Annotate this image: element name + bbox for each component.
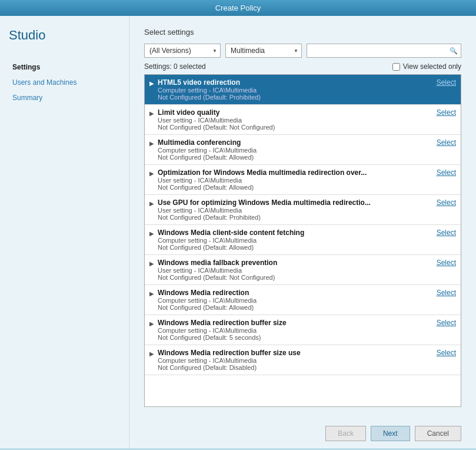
expand-icon[interactable]: ▶: [149, 260, 154, 267]
setting-type: User setting - ICA\Multimedia: [158, 177, 431, 184]
setting-left-html5-video-redirection: ▶HTML5 video redirectionComputer setting…: [149, 78, 431, 101]
setting-left-windows-media-fallback: ▶Windows media fallback preventionUser s…: [149, 259, 431, 281]
select-link[interactable]: Select: [437, 259, 456, 267]
expand-icon[interactable]: ▶: [149, 290, 154, 297]
setting-default: Not Configured (Default: 5 seconds): [158, 334, 431, 341]
setting-type: Computer setting - ICA\Multimedia: [158, 87, 431, 94]
setting-type: Computer setting - ICA\Multimedia: [158, 147, 431, 154]
table-row[interactable]: ▶HTML5 video redirectionComputer setting…: [145, 75, 461, 105]
select-link[interactable]: Select: [437, 138, 456, 147]
sidebar: Studio SettingsUsers and MachinesSummary: [0, 16, 129, 448]
setting-default: Not Configured (Default: Allowed): [158, 304, 431, 311]
setting-type: Computer setting - ICA\Multimedia: [158, 327, 431, 334]
select-link[interactable]: Select: [437, 349, 456, 357]
settings-count: Settings: 0 selected: [144, 62, 206, 71]
search-input[interactable]: [307, 44, 461, 58]
content-area: Select settings (All Versions) Multimedi…: [129, 16, 476, 419]
table-row[interactable]: ▶Optimization for Windows Media multimed…: [145, 165, 461, 195]
setting-name: Windows Media client-side content fetchi…: [158, 229, 431, 237]
setting-name: Windows media fallback prevention: [158, 259, 431, 267]
setting-info-windows-media-redirection: Windows Media redirectionComputer settin…: [158, 289, 431, 311]
setting-left-windows-media-client-side: ▶Windows Media client-side content fetch…: [149, 229, 431, 251]
setting-info-windows-media-buffer-size: Windows Media redirection buffer sizeCom…: [158, 319, 431, 341]
setting-info-use-gpu-windows-media: Use GPU for optimizing Windows Media mul…: [158, 198, 431, 221]
setting-left-multimedia-conferencing: ▶Multimedia conferencingComputer setting…: [149, 138, 431, 161]
setting-name: Windows Media redirection buffer size us…: [158, 349, 431, 357]
setting-type: Computer setting - ICA\Multimedia: [158, 357, 431, 364]
setting-info-html5-video-redirection: HTML5 video redirectionComputer setting …: [158, 78, 431, 101]
view-selected-label[interactable]: View selected only: [392, 62, 461, 71]
expand-icon[interactable]: ▶: [149, 80, 154, 87]
setting-type: User setting - ICA\Multimedia: [158, 207, 431, 214]
setting-default: Not Configured (Default: Prohibited): [158, 214, 431, 221]
expand-icon[interactable]: ▶: [149, 320, 154, 327]
setting-default: Not Configured (Default: Allowed): [158, 154, 431, 161]
select-link[interactable]: Select: [437, 198, 456, 207]
setting-default: Not Configured (Default: Allowed): [158, 244, 431, 251]
category-dropdown[interactable]: Multimedia: [225, 44, 302, 58]
category-select-wrapper: Multimedia: [225, 44, 302, 58]
main-container: Studio SettingsUsers and MachinesSummary…: [0, 16, 476, 448]
setting-default: Not Configured (Default: Not Configured): [158, 274, 431, 281]
setting-name: Windows Media redirection: [158, 289, 431, 297]
version-select-wrapper: (All Versions): [144, 44, 221, 58]
sidebar-item-settings[interactable]: Settings: [9, 61, 120, 74]
sidebar-item-users-machines[interactable]: Users and Machines: [9, 76, 120, 89]
select-link[interactable]: Select: [437, 289, 456, 297]
table-row[interactable]: ▶Windows media fallback preventionUser s…: [145, 255, 461, 285]
table-row[interactable]: ▶Multimedia conferencingComputer setting…: [145, 135, 461, 165]
section-title: Select settings: [144, 28, 461, 37]
setting-info-windows-media-fallback: Windows media fallback preventionUser se…: [158, 259, 431, 281]
setting-left-optimization-windows-media: ▶Optimization for Windows Media multimed…: [149, 168, 431, 191]
setting-type: User setting - ICA\Multimedia: [158, 267, 431, 274]
select-link[interactable]: Select: [437, 319, 456, 327]
setting-info-multimedia-conferencing: Multimedia conferencingComputer setting …: [158, 138, 431, 161]
setting-default: Not Configured (Default: Prohibited): [158, 94, 431, 101]
setting-type: Computer setting - ICA\Multimedia: [158, 297, 431, 304]
select-link[interactable]: Select: [437, 229, 456, 237]
setting-info-limit-video-quality: Limit video qualityUser setting - ICA\Mu…: [158, 108, 431, 131]
setting-default: Not Configured (Default: Allowed): [158, 184, 431, 191]
expand-icon[interactable]: ▶: [149, 140, 154, 147]
setting-info-windows-media-buffer-size-use: Windows Media redirection buffer size us…: [158, 349, 431, 371]
setting-info-windows-media-client-side: Windows Media client-side content fetchi…: [158, 229, 431, 251]
setting-name: Use GPU for optimizing Windows Media mul…: [158, 198, 431, 207]
table-row[interactable]: ▶Use GPU for optimizing Windows Media mu…: [145, 195, 461, 225]
next-button[interactable]: Next: [371, 426, 410, 441]
expand-icon[interactable]: ▶: [149, 230, 154, 237]
setting-type: Computer setting - ICA\Multimedia: [158, 237, 431, 244]
table-row[interactable]: ▶Windows Media redirection buffer size u…: [145, 345, 461, 375]
setting-left-windows-media-buffer-size-use: ▶Windows Media redirection buffer size u…: [149, 349, 431, 371]
back-button[interactable]: Back: [325, 426, 366, 441]
brand-name: Studio: [9, 28, 120, 43]
view-selected-checkbox[interactable]: [392, 63, 400, 71]
setting-name: Windows Media redirection buffer size: [158, 319, 431, 327]
filter-row: (All Versions) Multimedia: [144, 44, 461, 58]
setting-name: HTML5 video redirection: [158, 78, 431, 87]
expand-icon[interactable]: ▶: [149, 350, 154, 357]
table-row[interactable]: ▶Limit video qualityUser setting - ICA\M…: [145, 105, 461, 135]
settings-list: ▶HTML5 video redirectionComputer setting…: [144, 74, 461, 407]
setting-left-limit-video-quality: ▶Limit video qualityUser setting - ICA\M…: [149, 108, 431, 131]
setting-left-use-gpu-windows-media: ▶Use GPU for optimizing Windows Media mu…: [149, 198, 431, 221]
sidebar-nav: SettingsUsers and MachinesSummary: [9, 61, 120, 104]
select-link[interactable]: Select: [437, 168, 456, 177]
table-row[interactable]: ▶Windows Media redirectionComputer setti…: [145, 285, 461, 315]
sidebar-item-summary[interactable]: Summary: [9, 91, 120, 104]
search-wrapper: [307, 44, 461, 58]
status-row: Settings: 0 selected View selected only: [144, 62, 461, 71]
setting-name: Optimization for Windows Media multimedi…: [158, 168, 431, 177]
version-dropdown[interactable]: (All Versions): [144, 44, 221, 58]
setting-default: Not Configured (Default: Disabled): [158, 364, 431, 371]
select-link[interactable]: Select: [437, 108, 456, 117]
select-link[interactable]: Select: [437, 78, 456, 87]
table-row[interactable]: ▶Windows Media redirection buffer sizeCo…: [145, 315, 461, 345]
setting-left-windows-media-redirection: ▶Windows Media redirectionComputer setti…: [149, 289, 431, 311]
setting-type: User setting - ICA\Multimedia: [158, 117, 431, 124]
table-row[interactable]: ▶Windows Media client-side content fetch…: [145, 225, 461, 255]
cancel-button[interactable]: Cancel: [415, 426, 461, 441]
setting-name: Multimedia conferencing: [158, 138, 431, 147]
expand-icon[interactable]: ▶: [149, 200, 154, 207]
expand-icon[interactable]: ▶: [149, 170, 154, 177]
expand-icon[interactable]: ▶: [149, 110, 154, 117]
